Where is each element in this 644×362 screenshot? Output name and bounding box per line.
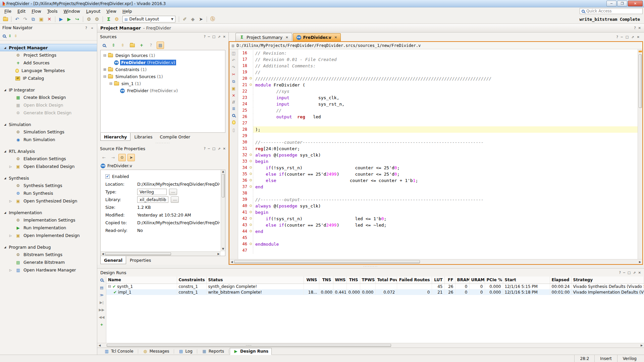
- menu-help[interactable]: Help: [119, 8, 135, 14]
- collapse-icon[interactable]: ▤: [100, 286, 103, 290]
- collapse-all-icon[interactable]: ⇳: [119, 42, 126, 49]
- column-header-uram[interactable]: URAM: [469, 277, 485, 284]
- bottom-tab-log[interactable]: ▤Log: [175, 348, 196, 355]
- chevron-right-icon[interactable]: ▷: [9, 234, 12, 237]
- minimize-icon[interactable]: ─: [208, 147, 210, 150]
- column-header-tpws[interactable]: TPWS: [360, 277, 375, 284]
- tab-libraries[interactable]: Libraries: [130, 133, 156, 141]
- undo-button[interactable]: ↶: [13, 15, 21, 23]
- chevron-right-icon[interactable]: ▷: [9, 165, 12, 168]
- step-button[interactable]: ↪: [73, 15, 81, 23]
- flow-item-open-hardware-manager[interactable]: ▷▥Open Hardware Manager: [0, 266, 97, 274]
- fold-marker-icon[interactable]: [250, 243, 252, 245]
- editor-tab-fredivider.v[interactable]: veFreDivider.v✕: [293, 33, 341, 41]
- flow-item-run-simulation[interactable]: ◉Run Simulation: [0, 136, 97, 143]
- fold-marker-icon[interactable]: [250, 185, 252, 188]
- flow-item-ip-catalog[interactable]: IPIP Catalog: [0, 74, 97, 82]
- copy-button[interactable]: ⧉: [30, 15, 37, 23]
- minimize-icon[interactable]: ─: [208, 35, 210, 39]
- tree-expander-icon[interactable]: ⊟: [108, 284, 111, 289]
- bottom-splitter[interactable]: ·········: [97, 265, 644, 268]
- cursor-button[interactable]: ➤: [197, 15, 205, 23]
- flow-navigator-controls[interactable]: ? «: [85, 26, 95, 30]
- help-icon[interactable]: ?: [619, 271, 621, 275]
- lightbulb-icon[interactable]: [232, 120, 235, 125]
- fold-marker-icon[interactable]: [250, 173, 252, 175]
- cut-icon[interactable]: ✂: [232, 72, 235, 77]
- browse-button[interactable]: …: [171, 196, 179, 203]
- flow-item-project-settings[interactable]: ⚙Project Settings: [0, 51, 97, 59]
- rewind-icon[interactable]: ◀◀: [99, 315, 105, 319]
- clipboard-icon[interactable]: ▯: [232, 128, 235, 132]
- flow-item-elaboration-settings[interactable]: ⚙Elaboration Settings: [0, 155, 97, 163]
- search-icon[interactable]: [100, 278, 103, 283]
- flow-section-project-manager[interactable]: ◢Project Manager: [0, 44, 97, 51]
- paste-button[interactable]: ▣: [38, 15, 45, 23]
- tree-expander-icon[interactable]: ⊟: [103, 74, 107, 79]
- help-icon[interactable]: ?: [204, 147, 205, 150]
- back-icon[interactable]: ←: [100, 154, 108, 161]
- minimize-button[interactable]: ─: [606, 1, 616, 6]
- select-cursor-icon[interactable]: ➤: [127, 154, 135, 161]
- scroll-to-selected-icon[interactable]: ▤: [157, 42, 164, 49]
- add-sources-icon[interactable]: +: [138, 42, 145, 49]
- menu-tools[interactable]: Tools: [44, 8, 61, 14]
- menu-file[interactable]: File: [1, 8, 14, 14]
- maximize-icon[interactable]: □: [628, 271, 631, 275]
- help-icon[interactable]: ?: [634, 26, 636, 30]
- column-header-ff[interactable]: FF: [444, 277, 455, 284]
- forward-icon[interactable]: →: [109, 154, 117, 161]
- copy-icon[interactable]: ⧉: [232, 79, 235, 84]
- column-header-status[interactable]: Status: [206, 277, 304, 284]
- column-header-bram[interactable]: BRAM: [455, 277, 469, 284]
- flow-item-open-synthesized-design[interactable]: ▷▣Open Synthesized Design: [0, 197, 97, 205]
- float-icon[interactable]: ⇗: [218, 35, 220, 39]
- play-icon[interactable]: ▶▶: [99, 308, 105, 312]
- maximize-icon[interactable]: □: [212, 35, 215, 39]
- menu-flow[interactable]: Flow: [29, 8, 44, 14]
- fold-marker-icon[interactable]: [250, 154, 252, 156]
- paste-icon[interactable]: ▣: [232, 86, 235, 91]
- fold-marker-icon[interactable]: [250, 204, 252, 207]
- maximize-icon[interactable]: □: [626, 35, 629, 39]
- shape-button[interactable]: ◆: [189, 15, 197, 23]
- flow-item-create-block-design[interactable]: ▦Create Block Design: [0, 94, 97, 101]
- fold-marker-icon[interactable]: [250, 211, 252, 213]
- table-row-impl_1[interactable]: ✔impl_1constrs_1write_bitstream Complete…: [106, 289, 644, 295]
- bottom-tab-design-runs[interactable]: ▶Design Runs: [230, 348, 272, 355]
- flow-section-implementation[interactable]: ◢Implementation: [0, 209, 97, 216]
- table-row-synth_1[interactable]: ⊟✔synth_1constrs_1synth_design Complete!…: [106, 284, 644, 289]
- menu-edit[interactable]: Edit: [14, 8, 29, 14]
- find-icon[interactable]: [232, 113, 235, 118]
- tree-expander-icon[interactable]: ⊟: [109, 81, 113, 86]
- horizontal-scrollbar[interactable]: ◀▶: [101, 251, 221, 256]
- save-icon[interactable]: ◫: [232, 51, 235, 56]
- tab-hierarchy[interactable]: Hierarchy: [100, 133, 130, 141]
- run-blue-button[interactable]: ▶: [57, 15, 65, 23]
- flow-section-ip-integrator[interactable]: ◢IP Integrator: [0, 86, 97, 94]
- column-header-failed_routes[interactable]: Failed Routes: [397, 277, 432, 284]
- close-icon[interactable]: ✕: [223, 147, 226, 150]
- pen-button[interactable]: ✐: [181, 15, 189, 23]
- column-header-wns[interactable]: WNS: [304, 277, 319, 284]
- maximize-icon[interactable]: □: [212, 147, 215, 150]
- comment-icon[interactable]: //: [232, 100, 235, 104]
- editor-tab-project-summary[interactable]: ΣProject Summary✕: [235, 33, 292, 41]
- column-header-pcie[interactable]: PCIe %: [485, 277, 503, 284]
- expand-all-icon[interactable]: ⇕: [110, 42, 117, 49]
- column-header-start[interactable]: Start: [503, 277, 550, 284]
- close-icon[interactable]: ✕: [638, 271, 641, 275]
- bottom-tab-reports[interactable]: ▦Reports: [198, 348, 227, 355]
- column-header-whs[interactable]: WHS: [333, 277, 346, 284]
- column-header-strategy[interactable]: Strategy: [571, 277, 644, 284]
- tab-close-icon[interactable]: ✕: [334, 36, 337, 39]
- tcl-store-button[interactable]: Ⓢ: [209, 15, 216, 23]
- column-header-lut[interactable]: LUT: [432, 277, 444, 284]
- bottom-tab-messages[interactable]: ◍Messages: [139, 348, 173, 355]
- editor-vertical-scrollbar[interactable]: [638, 49, 642, 259]
- close-icon[interactable]: ✕: [223, 35, 226, 39]
- close-button[interactable]: ✕: [628, 1, 643, 6]
- editor-horizontal-scrollbar[interactable]: ◀▶: [229, 259, 642, 264]
- expand-all-icon[interactable]: ⇕: [8, 34, 11, 38]
- property-combo[interactable]: Verilog: [137, 189, 167, 195]
